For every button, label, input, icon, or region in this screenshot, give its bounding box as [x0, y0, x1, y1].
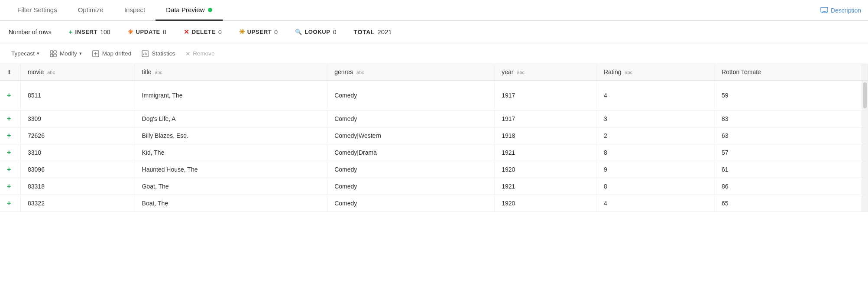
- tab-data-preview[interactable]: Data Preview: [155, 0, 223, 21]
- col-sort[interactable]: ⬍: [0, 64, 21, 80]
- tab-optimize[interactable]: Optimize: [68, 0, 114, 21]
- cell-movie: 8511: [21, 80, 135, 111]
- map-drifted-button[interactable]: Map drifted: [88, 48, 136, 59]
- col-genres[interactable]: genres abc: [327, 64, 495, 80]
- cell-rating: 3: [597, 111, 715, 127]
- stat-total: TOTAL 2021: [353, 28, 392, 36]
- statistics-icon: [142, 50, 149, 57]
- insert-icon: +: [69, 28, 73, 36]
- cell-year: 1921: [495, 144, 597, 161]
- modify-icon: [50, 50, 57, 57]
- scrollbar-thumb[interactable]: [863, 82, 867, 108]
- plus-icon[interactable]: +: [7, 115, 11, 122]
- scrollbar-cell: [862, 80, 868, 111]
- cell-year: 1921: [495, 178, 597, 195]
- row-add-icon[interactable]: +: [0, 144, 21, 161]
- stat-delete: ✕ DELETE 0: [184, 28, 222, 36]
- tab-filter-settings[interactable]: Filter Settings: [7, 0, 68, 21]
- svg-rect-1: [50, 51, 53, 53]
- plus-icon[interactable]: +: [7, 91, 11, 99]
- cell-title: Dog's Life, A: [135, 111, 327, 127]
- cell-rotten: 63: [715, 127, 862, 144]
- tab-inspect[interactable]: Inspect: [114, 0, 155, 21]
- col-year[interactable]: year abc: [495, 64, 597, 80]
- cell-rating: 4: [597, 195, 715, 212]
- cell-title: Billy Blazes, Esq.: [135, 127, 327, 144]
- table-row: + 83322 Boat, The Comedy 1920 4 65: [0, 195, 868, 212]
- row-add-icon[interactable]: +: [0, 127, 21, 144]
- col-title-type: abc: [155, 70, 162, 75]
- update-icon: ✳: [128, 28, 133, 36]
- upsert-icon: ✳: [239, 28, 245, 36]
- cell-movie: 3309: [21, 111, 135, 127]
- cell-genres: Comedy|Drama: [327, 144, 495, 161]
- col-movie[interactable]: movie abc: [21, 64, 135, 80]
- col-title[interactable]: title abc: [135, 64, 327, 80]
- description-button[interactable]: Description: [820, 7, 861, 14]
- scrollbar-header: [862, 64, 868, 80]
- cell-title: Goat, The: [135, 178, 327, 195]
- row-add-icon[interactable]: +: [0, 161, 21, 178]
- stats-bar: Number of rows + INSERT 100 ✳ UPDATE 0 ✕…: [0, 21, 868, 43]
- scrollbar-cell: [862, 127, 868, 144]
- cell-rating: 4: [597, 80, 715, 111]
- cell-genres: Comedy: [327, 111, 495, 127]
- plus-icon[interactable]: +: [7, 149, 11, 156]
- svg-rect-2: [54, 51, 56, 53]
- active-dot: [208, 8, 212, 12]
- map-drifted-icon: [92, 50, 99, 57]
- svg-rect-4: [54, 54, 56, 57]
- plus-icon[interactable]: +: [7, 166, 11, 173]
- chat-icon: [820, 7, 828, 14]
- row-add-icon[interactable]: +: [0, 80, 21, 111]
- cell-movie: 72626: [21, 127, 135, 144]
- cell-rating: 8: [597, 144, 715, 161]
- modify-label: Modify: [60, 50, 77, 57]
- cell-title: Haunted House, The: [135, 161, 327, 178]
- row-count-label: Number of rows: [9, 29, 52, 36]
- table-row: + 3309 Dog's Life, A Comedy 1917 3 83: [0, 111, 868, 127]
- col-rotten[interactable]: Rotton Tomate: [715, 64, 862, 80]
- statistics-button[interactable]: Statistics: [137, 48, 179, 59]
- plus-icon[interactable]: +: [7, 199, 11, 207]
- typecast-button[interactable]: Typecast ▾: [7, 48, 44, 59]
- plus-icon[interactable]: +: [7, 182, 11, 190]
- col-rotten-label: Rotton Tomate: [722, 68, 761, 75]
- col-movie-label: movie: [28, 68, 44, 75]
- col-genres-type: abc: [356, 70, 364, 75]
- top-nav: Filter Settings Optimize Inspect Data Pr…: [0, 0, 868, 21]
- col-rating[interactable]: Rating abc: [597, 64, 715, 80]
- remove-button[interactable]: ✕ Remove: [181, 48, 219, 59]
- table-header-row: ⬍ movie abc title abc genres abc year ab…: [0, 64, 868, 80]
- col-year-type: abc: [517, 70, 525, 75]
- stat-insert: + INSERT 100: [69, 28, 110, 36]
- cell-movie: 3310: [21, 144, 135, 161]
- modify-button[interactable]: Modify ▾: [45, 48, 86, 59]
- lookup-icon: 🔍: [295, 29, 302, 35]
- typecast-chevron: ▾: [37, 51, 39, 56]
- row-add-icon[interactable]: +: [0, 195, 21, 212]
- stat-update: ✳ UPDATE 0: [128, 28, 166, 36]
- cell-rotten: 86: [715, 178, 862, 195]
- cell-rotten: 65: [715, 195, 862, 212]
- cell-rotten: 57: [715, 144, 862, 161]
- cell-rotten: 61: [715, 161, 862, 178]
- cell-rotten: 59: [715, 80, 862, 111]
- cell-year: 1920: [495, 161, 597, 178]
- modify-chevron: ▾: [79, 51, 82, 56]
- cell-year: 1920: [495, 195, 597, 212]
- cell-rotten: 83: [715, 111, 862, 127]
- col-year-label: year: [502, 68, 513, 75]
- cell-year: 1918: [495, 127, 597, 144]
- cell-movie: 83318: [21, 178, 135, 195]
- plus-icon[interactable]: +: [7, 132, 11, 139]
- map-drifted-label: Map drifted: [102, 50, 132, 57]
- scrollbar-cell: [862, 111, 868, 127]
- cell-year: 1917: [495, 111, 597, 127]
- row-add-icon[interactable]: +: [0, 111, 21, 127]
- col-rating-label: Rating: [604, 68, 621, 75]
- col-movie-type: abc: [47, 70, 55, 75]
- table-row: + 3310 Kid, The Comedy|Drama 1921 8 57: [0, 144, 868, 161]
- svg-rect-3: [50, 54, 53, 57]
- row-add-icon[interactable]: +: [0, 178, 21, 195]
